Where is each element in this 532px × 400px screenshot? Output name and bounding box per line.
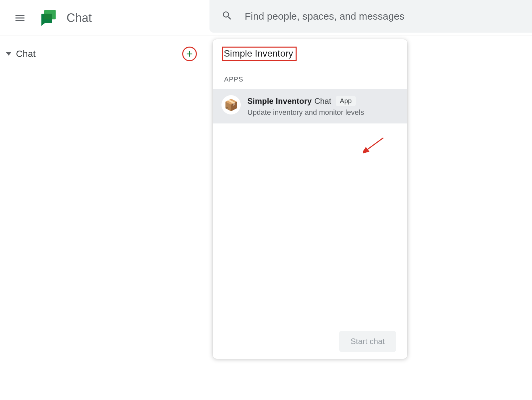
app-badge: App: [336, 96, 356, 106]
global-search-input[interactable]: [245, 11, 532, 22]
svg-rect-1: [44, 14, 52, 19]
app-title: Chat: [66, 11, 92, 25]
result-text-block: Simple Inventory Chat App Update invento…: [247, 95, 399, 117]
result-description: Update inventory and monitor levels: [247, 108, 399, 117]
search-icon: [221, 10, 245, 23]
package-icon: 📦: [221, 95, 241, 114]
new-chat-button[interactable]: [182, 47, 197, 61]
search-result-item[interactable]: 📦 Simple Inventory Chat App Update inven…: [213, 89, 407, 123]
sidebar-chat-section[interactable]: Chat: [0, 44, 209, 64]
new-chat-popup: APPS 📦 Simple Inventory Chat App Update …: [213, 39, 407, 359]
popup-search-input[interactable]: [224, 48, 294, 59]
global-search-bar[interactable]: [209, 0, 532, 33]
result-name: Simple Inventory: [247, 97, 312, 106]
apps-section-label: APPS: [213, 66, 407, 89]
popup-footer: Start chat: [213, 324, 407, 359]
annotation-highlight-box: [222, 47, 297, 61]
sidebar-section-label: Chat: [16, 49, 182, 59]
popup-search-row: [222, 39, 398, 66]
menu-icon[interactable]: [13, 11, 27, 25]
caret-down-icon: [6, 52, 11, 56]
sidebar: Chat: [0, 36, 209, 400]
result-suffix: Chat: [314, 97, 331, 106]
chat-logo-icon: [40, 9, 57, 27]
start-chat-button[interactable]: Start chat: [339, 331, 396, 352]
